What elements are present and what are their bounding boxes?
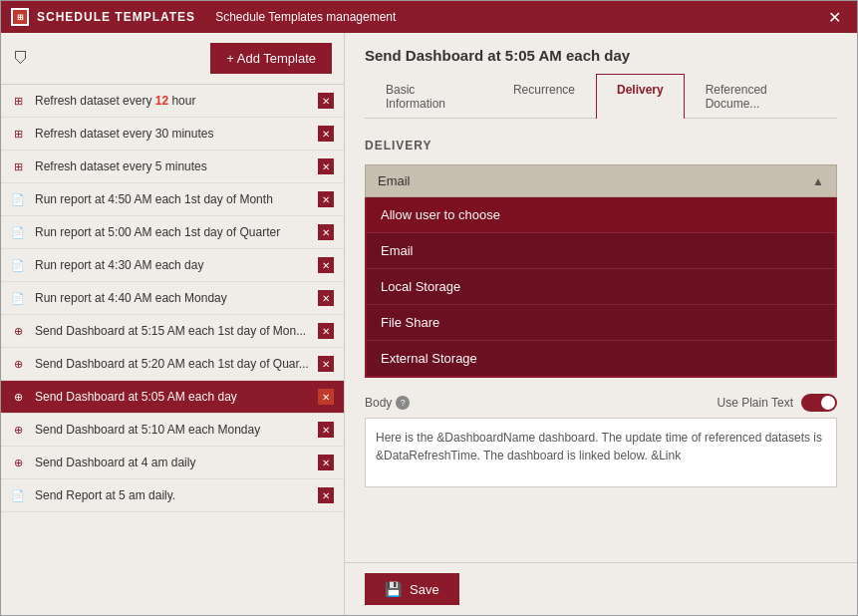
plain-text-label: Use Plain Text xyxy=(717,396,793,410)
item-text: Send Dashboard at 5:20 AM each 1st day o… xyxy=(35,357,312,371)
delete-button[interactable]: ✕ xyxy=(318,191,334,207)
delete-button[interactable]: ✕ xyxy=(318,158,334,174)
delivery-dropdown: Email ▲ Allow user to choose Email Local… xyxy=(365,164,837,378)
item-text: Send Report at 5 am daily. xyxy=(35,488,312,502)
list-item[interactable]: ⊞ Refresh dataset every 5 minutes ✕ xyxy=(1,151,344,183)
item-text: Send Dashboard at 4 am daily xyxy=(35,456,312,469)
list-item[interactable]: ⊞ Refresh dataset every 30 minutes ✕ xyxy=(1,118,344,151)
report-icon: 📄 xyxy=(9,225,27,239)
delete-button[interactable]: ✕ xyxy=(318,323,334,339)
item-text: Run report at 4:50 AM each 1st day of Mo… xyxy=(35,192,312,206)
plain-text-row: Use Plain Text xyxy=(717,394,837,412)
chevron-up-icon: ▲ xyxy=(812,174,824,188)
report-icon: 📄 xyxy=(9,192,27,206)
delete-button[interactable]: ✕ xyxy=(318,224,334,240)
body-textarea[interactable]: Here is the &DashboardName dashboard. Th… xyxy=(365,418,837,487)
report-icon: 📄 xyxy=(9,291,27,305)
grid-icon: ⊞ xyxy=(9,127,27,141)
delete-button[interactable]: ✕ xyxy=(318,290,334,306)
app-window: ⊞ SCHEDULE TEMPLATES Schedule Templates … xyxy=(0,0,858,616)
list-item[interactable]: ⊕ Send Dashboard at 5:20 AM each 1st day… xyxy=(1,348,344,381)
list-item[interactable]: 📄 Run report at 4:50 AM each 1st day of … xyxy=(1,183,344,216)
dropdown-value: Email xyxy=(378,173,411,188)
list-item[interactable]: 📄 Run report at 5:00 AM each 1st day of … xyxy=(1,216,344,249)
report-icon: 📄 xyxy=(9,488,27,502)
dropdown-option-external-storage[interactable]: External Storage xyxy=(367,341,835,376)
item-text: Run report at 5:00 AM each 1st day of Qu… xyxy=(35,225,312,239)
delete-button[interactable]: ✕ xyxy=(318,389,334,405)
use-plain-text-toggle[interactable] xyxy=(801,394,837,412)
item-text: Refresh dataset every 12 hour xyxy=(35,94,312,108)
delete-button[interactable]: ✕ xyxy=(318,356,334,372)
list-item[interactable]: ⊕ Send Dashboard at 5:05 AM each day ✕ xyxy=(1,381,344,414)
page-title: Send Dashboard at 5:05 AM each day xyxy=(365,47,837,64)
list-item[interactable]: 📄 Run report at 4:30 AM each day ✕ xyxy=(1,249,344,282)
tab-referenced-documents[interactable]: Referenced Docume... xyxy=(685,74,837,119)
item-text: Send Dashboard at 5:15 AM each 1st day o… xyxy=(35,324,312,338)
left-toolbar: ⛉ + Add Template xyxy=(1,33,344,85)
dashboard-icon: ⊕ xyxy=(9,357,27,371)
toggle-knob xyxy=(821,396,835,410)
list-item[interactable]: ⊕ Send Dashboard at 4 am daily ✕ xyxy=(1,447,344,479)
dashboard-icon: ⊕ xyxy=(9,324,27,338)
window-subtitle: Schedule Templates management xyxy=(215,10,822,24)
item-text: Refresh dataset every 30 minutes xyxy=(35,127,312,141)
item-text: Send Dashboard at 5:05 AM each day xyxy=(35,390,312,404)
delete-button[interactable]: ✕ xyxy=(318,126,334,142)
delete-button[interactable]: ✕ xyxy=(318,257,334,273)
dashboard-icon: ⊕ xyxy=(9,423,27,437)
main-content: ⛉ + Add Template ⊞ Refresh dataset every… xyxy=(1,33,857,615)
body-section: Body ? Use Plain Text Here is the &Dashb… xyxy=(365,394,837,491)
list-item[interactable]: 📄 Run report at 4:40 AM each Monday ✕ xyxy=(1,282,344,315)
dropdown-options: Allow user to choose Email Local Storage… xyxy=(365,197,837,378)
item-text: Run report at 4:30 AM each day xyxy=(35,258,312,272)
save-section: 💾 Save xyxy=(345,562,857,615)
item-text: Send Dashboard at 5:10 AM each Monday xyxy=(35,423,312,437)
save-button[interactable]: 💾 Save xyxy=(365,573,459,605)
dropdown-option-file-share[interactable]: File Share xyxy=(367,305,835,341)
right-content: DELIVERY Email ▲ Allow user to choose Em… xyxy=(345,119,857,562)
list-item[interactable]: ⊞ Refresh dataset every 12 hour ✕ xyxy=(1,85,344,118)
dashboard-icon: ⊕ xyxy=(9,390,27,404)
grid-icon: ⊞ xyxy=(9,159,27,173)
filter-icon[interactable]: ⛉ xyxy=(13,50,29,68)
delete-button[interactable]: ✕ xyxy=(318,487,334,503)
dropdown-selected[interactable]: Email ▲ xyxy=(365,164,837,197)
left-panel: ⛉ + Add Template ⊞ Refresh dataset every… xyxy=(1,33,345,615)
tab-delivery[interactable]: Delivery xyxy=(596,74,685,119)
grid-icon: ⊞ xyxy=(9,94,27,108)
list-item[interactable]: ⊕ Send Dashboard at 5:15 AM each 1st day… xyxy=(1,315,344,348)
dropdown-option-allow-user[interactable]: Allow user to choose xyxy=(367,197,835,233)
template-list: ⊞ Refresh dataset every 12 hour ✕ ⊞ Refr… xyxy=(1,85,344,615)
body-label: Body ? xyxy=(365,396,410,410)
app-icon: ⊞ xyxy=(11,8,29,26)
list-item[interactable]: ⊕ Send Dashboard at 5:10 AM each Monday … xyxy=(1,414,344,447)
delivery-section-title: DELIVERY xyxy=(365,139,837,153)
add-template-button[interactable]: + Add Template xyxy=(210,43,332,74)
dropdown-option-email[interactable]: Email xyxy=(367,233,835,269)
delete-button[interactable]: ✕ xyxy=(318,422,334,438)
app-name: SCHEDULE TEMPLATES xyxy=(37,10,195,24)
close-button[interactable]: ✕ xyxy=(822,6,847,29)
tabs-bar: Basic Information Recurrence Delivery Re… xyxy=(365,74,837,119)
item-text: Refresh dataset every 5 minutes xyxy=(35,159,312,173)
save-icon: 💾 xyxy=(385,581,402,597)
item-text: Run report at 4:40 AM each Monday xyxy=(35,291,312,305)
dashboard-icon: ⊕ xyxy=(9,456,27,469)
title-bar: ⊞ SCHEDULE TEMPLATES Schedule Templates … xyxy=(1,1,857,33)
report-icon: 📄 xyxy=(9,258,27,272)
tab-basic-information[interactable]: Basic Information xyxy=(365,74,492,119)
save-label: Save xyxy=(410,582,439,597)
delete-button[interactable]: ✕ xyxy=(318,455,334,470)
body-label-row: Body ? Use Plain Text xyxy=(365,394,837,412)
right-panel: Send Dashboard at 5:05 AM each day Basic… xyxy=(345,33,857,615)
help-icon[interactable]: ? xyxy=(396,396,410,410)
delete-button[interactable]: ✕ xyxy=(318,93,334,109)
list-item[interactable]: 📄 Send Report at 5 am daily. ✕ xyxy=(1,479,344,512)
right-header: Send Dashboard at 5:05 AM each day Basic… xyxy=(345,33,857,119)
tab-recurrence[interactable]: Recurrence xyxy=(492,74,596,119)
dropdown-option-local-storage[interactable]: Local Storage xyxy=(367,269,835,305)
